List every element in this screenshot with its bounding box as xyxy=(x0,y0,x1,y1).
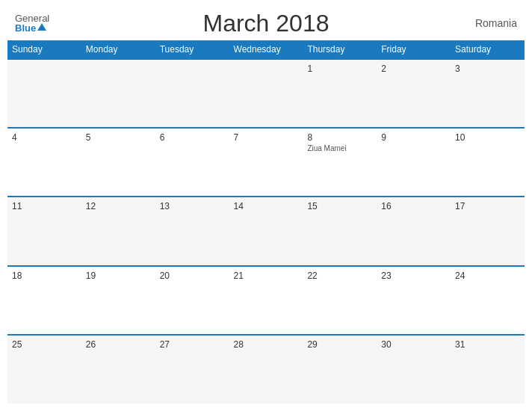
day-number: 31 xyxy=(455,339,520,350)
day-number: 12 xyxy=(86,201,151,211)
day-number: 13 xyxy=(160,201,225,211)
calendar-cell: 9 xyxy=(377,128,451,197)
day-number: 30 xyxy=(381,339,446,350)
calendar-header: General Blue March 2018 Romania xyxy=(7,7,525,36)
calendar-cell: 1 xyxy=(303,59,377,128)
weekday-header: Friday xyxy=(377,40,451,59)
day-number: 11 xyxy=(12,201,77,211)
country-label: Romania xyxy=(475,17,517,29)
calendar-cell: 25 xyxy=(7,335,81,404)
logo-blue-text: Blue xyxy=(15,23,36,33)
weekday-header: Sunday xyxy=(7,40,81,59)
calendar-cell: 29 xyxy=(303,335,377,404)
calendar-cell: 2 xyxy=(377,59,451,128)
day-number: 5 xyxy=(86,132,151,143)
calendar-cell: 28 xyxy=(229,335,303,404)
day-number: 28 xyxy=(234,339,299,350)
day-number: 15 xyxy=(307,201,372,211)
day-number: 20 xyxy=(160,271,225,281)
calendar-cell: 31 xyxy=(451,335,525,404)
day-number: 26 xyxy=(86,339,151,350)
calendar-cell xyxy=(81,59,155,128)
day-number: 9 xyxy=(381,132,446,143)
calendar-cell: 4 xyxy=(7,128,81,197)
day-number: 6 xyxy=(160,132,225,143)
calendar-week-row: 25262728293031 xyxy=(7,335,525,404)
calendar-cell: 26 xyxy=(81,335,155,404)
calendar-cell: 15 xyxy=(303,197,377,265)
calendar-week-row: 11121314151617 xyxy=(7,197,525,265)
day-number: 4 xyxy=(12,132,77,143)
day-number: 23 xyxy=(381,271,446,281)
logo-triangle-icon xyxy=(37,23,46,31)
calendar-cell: 8Ziua Mamei xyxy=(303,128,377,197)
logo: General Blue xyxy=(15,13,49,33)
calendar-week-row: 18192021222324 xyxy=(7,266,525,335)
day-number: 27 xyxy=(160,339,225,350)
calendar-cell: 13 xyxy=(155,197,229,265)
day-number: 25 xyxy=(12,339,77,350)
event-label: Ziua Mamei xyxy=(307,144,372,152)
calendar-cell: 30 xyxy=(377,335,451,404)
calendar-cell xyxy=(155,59,229,128)
weekday-header: Tuesday xyxy=(155,40,229,59)
day-number: 22 xyxy=(307,271,372,281)
calendar-cell: 18 xyxy=(7,266,81,335)
calendar-week-row: 123 xyxy=(7,59,525,128)
day-number: 1 xyxy=(307,64,372,74)
calendar-cell: 11 xyxy=(7,197,81,265)
day-number: 19 xyxy=(86,271,151,281)
calendar-cell: 27 xyxy=(155,335,229,404)
calendar-cell: 7 xyxy=(229,128,303,197)
day-number: 10 xyxy=(455,132,520,143)
calendar-cell: 17 xyxy=(451,197,525,265)
day-number: 29 xyxy=(307,339,372,350)
day-number: 24 xyxy=(455,271,520,281)
day-number: 14 xyxy=(234,201,299,211)
calendar-cell: 10 xyxy=(451,128,525,197)
day-number: 8 xyxy=(307,132,372,143)
calendar-cell xyxy=(229,59,303,128)
calendar-cell: 19 xyxy=(81,266,155,335)
calendar-cell: 3 xyxy=(451,59,525,128)
calendar-table: SundayMondayTuesdayWednesdayThursdayFrid… xyxy=(7,40,525,404)
day-number: 17 xyxy=(455,201,520,211)
day-number: 3 xyxy=(455,64,520,74)
weekday-header-row: SundayMondayTuesdayWednesdayThursdayFrid… xyxy=(7,40,525,59)
calendar-cell: 16 xyxy=(377,197,451,265)
calendar-title: March 2018 xyxy=(203,10,330,37)
calendar-cell: 23 xyxy=(377,266,451,335)
day-number: 18 xyxy=(12,271,77,281)
calendar-cell: 14 xyxy=(229,197,303,265)
calendar-cell: 20 xyxy=(155,266,229,335)
calendar-cell xyxy=(7,59,81,128)
calendar-week-row: 45678Ziua Mamei910 xyxy=(7,128,525,197)
day-number: 16 xyxy=(381,201,446,211)
day-number: 21 xyxy=(234,271,299,281)
weekday-header: Thursday xyxy=(303,40,377,59)
calendar-cell: 22 xyxy=(303,266,377,335)
weekday-header: Wednesday xyxy=(229,40,303,59)
calendar-cell: 24 xyxy=(451,266,525,335)
calendar-cell: 21 xyxy=(229,266,303,335)
calendar-cell: 5 xyxy=(81,128,155,197)
weekday-header: Monday xyxy=(81,40,155,59)
calendar-cell: 6 xyxy=(155,128,229,197)
calendar-cell: 12 xyxy=(81,197,155,265)
day-number: 7 xyxy=(234,132,299,143)
weekday-header: Saturday xyxy=(451,40,525,59)
day-number: 2 xyxy=(381,64,446,74)
